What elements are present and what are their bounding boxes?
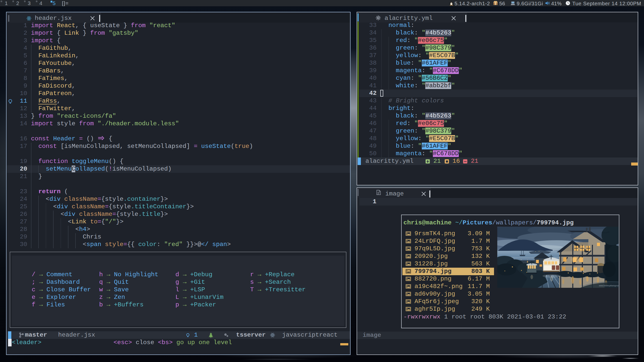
svg-text:www.DesktopBackground.org: www.DesktopBackground.org	[599, 285, 619, 287]
